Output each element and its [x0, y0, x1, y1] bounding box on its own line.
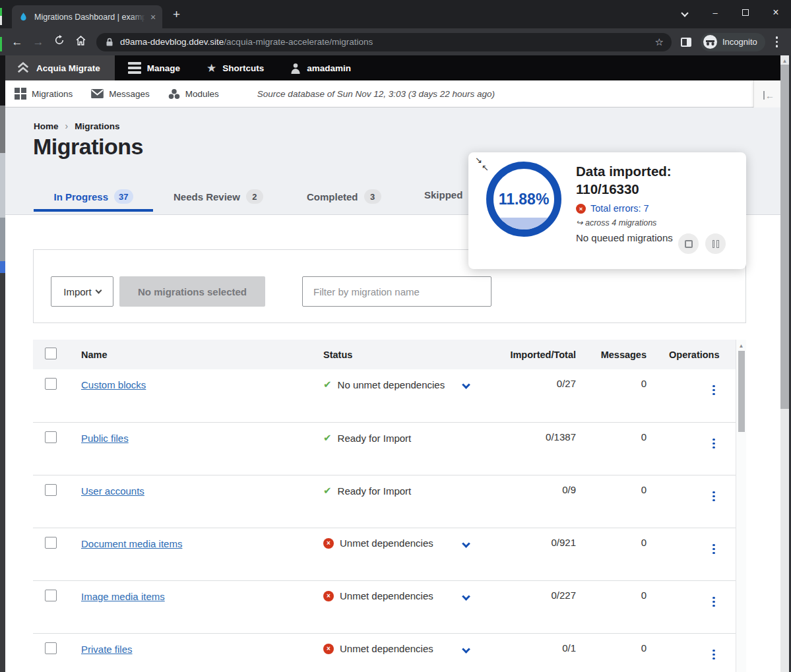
- row-checkbox[interactable]: [45, 642, 57, 654]
- url-bar[interactable]: d9ama-ddevblog.ddev.site/acquia-migrate-…: [96, 33, 672, 51]
- forward-icon[interactable]: →: [28, 36, 49, 49]
- kebab-menu-icon[interactable]: [712, 439, 715, 449]
- window-minimize-button[interactable]: –: [700, 8, 730, 18]
- migration-name-link[interactable]: Document media items: [81, 538, 182, 549]
- tab-completed[interactable]: Completed 3: [307, 189, 381, 204]
- browser-menu-icon[interactable]: [776, 36, 778, 47]
- kebab-menu-icon[interactable]: [712, 597, 715, 607]
- user-menu-item[interactable]: amadamin: [277, 55, 364, 80]
- manage-menu-item[interactable]: Manage: [115, 55, 193, 80]
- migrate-toolbar: Migrations Messages Modules Source datab…: [5, 80, 780, 107]
- page-scrollbar-thumb[interactable]: [780, 65, 789, 409]
- scroll-up-icon[interactable]: ▲: [736, 340, 746, 349]
- table-scrollbar-thumb[interactable]: [738, 351, 745, 432]
- migration-name-link[interactable]: Private files: [81, 644, 133, 655]
- table-scrollbar[interactable]: ▲: [736, 340, 746, 672]
- row-checkbox[interactable]: [45, 378, 57, 390]
- migration-name-link[interactable]: Image media items: [81, 591, 165, 602]
- stop-icon: [685, 240, 693, 248]
- migrations-nav-item[interactable]: Migrations: [15, 88, 82, 100]
- tab-in-progress[interactable]: In Progress 37: [34, 189, 153, 204]
- kebab-menu-icon[interactable]: [712, 491, 715, 502]
- header-name: Name: [81, 350, 323, 360]
- messages-count: 0: [576, 642, 647, 654]
- header-messages: Messages: [576, 350, 647, 360]
- across-arrow-icon: ↪: [576, 218, 583, 228]
- status-ok-icon: ✔: [323, 379, 332, 390]
- messages-nav-item[interactable]: Messages: [91, 89, 159, 99]
- url-path: /acquia-migrate-accelerate/migrations: [224, 37, 373, 47]
- collapse-icon: [763, 91, 765, 100]
- desktop-edge-fragment: [0, 218, 5, 261]
- breadcrumb-home-link[interactable]: Home: [34, 121, 59, 131]
- total-errors-link[interactable]: Total errors: 7: [590, 203, 649, 214]
- migration-name-link[interactable]: Custom blocks: [81, 379, 146, 390]
- modules-nav-item[interactable]: Modules: [168, 88, 228, 100]
- browser-tab[interactable]: Migrations Dashboard | example ×: [12, 5, 162, 28]
- reload-icon[interactable]: [49, 35, 70, 49]
- browser-address-bar: ← → d9ama-ddevblog.ddev.site/acquia-migr…: [0, 28, 791, 55]
- shortcuts-menu-item[interactable]: ★ Shortcuts: [193, 55, 277, 80]
- chevron-down-icon[interactable]: [462, 592, 470, 601]
- kebab-menu-icon[interactable]: [712, 650, 715, 660]
- page-title: Migrations: [33, 134, 143, 160]
- row-checkbox[interactable]: [45, 537, 57, 549]
- progress-percent: 11.88%: [499, 191, 550, 208]
- status-text: Unmet dependencies: [340, 643, 433, 654]
- side-panel-icon[interactable]: [681, 38, 691, 47]
- bookmark-star-icon[interactable]: ☆: [655, 36, 664, 48]
- drupal-favicon: [18, 12, 28, 22]
- window-maximize-button[interactable]: [730, 8, 761, 18]
- incognito-icon: [703, 35, 717, 49]
- chevron-down-icon[interactable]: [462, 539, 470, 548]
- messages-count: 0: [576, 484, 647, 495]
- source-database-note: Source database of Sun Nov 12, 3:03 (3 d…: [257, 89, 495, 99]
- header-status: Status: [323, 350, 495, 360]
- select-all-checkbox[interactable]: [45, 348, 57, 359]
- hamburger-icon: [128, 62, 141, 74]
- chevron-down-icon[interactable]: [462, 381, 470, 389]
- table-row: Image media items ✔ × Unmet dependencies…: [33, 580, 746, 633]
- scroll-up-icon[interactable]: ▲: [780, 55, 789, 64]
- tab-close-icon[interactable]: ×: [150, 12, 156, 22]
- kebab-menu-icon[interactable]: [712, 544, 715, 555]
- page-scrollbar[interactable]: ▲: [780, 55, 789, 672]
- migration-name-link[interactable]: User accounts: [81, 485, 144, 497]
- window-menu-chevron-icon[interactable]: [670, 8, 700, 18]
- table-row: Custom blocks ✔ × No unmet dependencies …: [33, 369, 746, 422]
- desktop-edge-fragment: [0, 37, 2, 51]
- row-checkbox[interactable]: [45, 484, 57, 496]
- row-checkbox[interactable]: [45, 590, 57, 601]
- tab-skipped[interactable]: Skipped: [424, 189, 462, 200]
- row-checkbox[interactable]: [45, 431, 57, 443]
- new-tab-button[interactable]: +: [173, 7, 180, 22]
- back-icon[interactable]: ←: [7, 36, 28, 49]
- migration-name-link[interactable]: Public files: [81, 433, 129, 444]
- table-row: Public files ✔ × Ready for Import 0/1387…: [33, 422, 746, 475]
- tab-count-badge: 37: [114, 189, 133, 204]
- window-close-button[interactable]: ×: [761, 7, 791, 18]
- tab-count-badge: 2: [246, 189, 263, 204]
- breadcrumb-separator: ›: [65, 121, 69, 131]
- data-imported-heading: Data imported:: [576, 163, 673, 181]
- home-icon[interactable]: [70, 35, 91, 49]
- imported-total-value: 0/227: [495, 590, 576, 601]
- error-icon: ×: [576, 204, 586, 214]
- table-row: Private files ✔ × Unmet dependencies 0/1…: [33, 633, 746, 672]
- stop-button[interactable]: [678, 233, 699, 254]
- pause-button[interactable]: [705, 233, 726, 254]
- chevron-down-icon[interactable]: [462, 645, 470, 654]
- tab-needs-review[interactable]: Needs Review 2: [174, 189, 263, 204]
- import-dropdown-button[interactable]: Import: [51, 276, 113, 307]
- kebab-menu-icon[interactable]: [712, 385, 715, 396]
- resize-nw-icon[interactable]: ↖: [482, 164, 489, 172]
- desktop-edge-fragment: [0, 261, 5, 273]
- breadcrumb-current: Migrations: [75, 121, 119, 131]
- status-text: No unmet dependencies: [338, 379, 445, 390]
- status-ok-icon: ✔: [323, 485, 332, 497]
- collapse-toolbar-button[interactable]: ←: [753, 80, 784, 111]
- star-icon: ★: [206, 61, 216, 75]
- filter-input[interactable]: [302, 276, 491, 307]
- acquia-migrate-brand[interactable]: Acquia Migrate: [5, 55, 115, 80]
- progress-circle: 11.88%: [486, 162, 561, 237]
